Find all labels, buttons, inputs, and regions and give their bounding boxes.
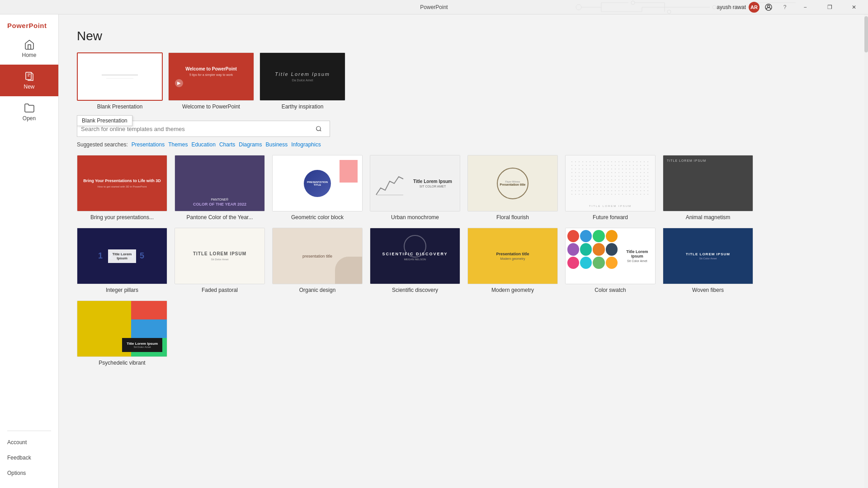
search-button[interactable]: [311, 122, 326, 136]
template-organic[interactable]: presentation title Organic design: [272, 228, 363, 293]
scrollbar-track[interactable]: [864, 14, 868, 488]
svg-point-12: [712, 5, 716, 9]
sidebar-item-home[interactable]: Home: [0, 33, 58, 65]
faded-thumb[interactable]: TITLE LOREM IPSUM Sit Dolor Amet: [175, 228, 265, 284]
sidebar-item-new[interactable]: New: [0, 65, 58, 96]
suggest-themes[interactable]: Themes: [168, 141, 188, 148]
close-button[interactable]: ✕: [844, 0, 864, 14]
psychedelic-title: Title Lorem Ipsum: [127, 342, 158, 346]
suggest-diagrams[interactable]: Diagrams: [239, 141, 262, 148]
color-swatch-inner: Title Lorem Ipsum Sit Color Amet: [566, 228, 655, 284]
swatch-dot-5: [567, 243, 579, 255]
template-faded[interactable]: TITLE LOREM IPSUM Sit Dolor Amet Faded p…: [175, 228, 265, 293]
sidebar-item-account[interactable]: Account: [0, 435, 58, 450]
floral-label: Floral flourish: [467, 214, 558, 221]
sidebar-nav: Home New Open: [0, 33, 58, 427]
modern-geo-thumb[interactable]: Presentation title Modern geometry: [467, 228, 558, 284]
psychedelic-thumb[interactable]: Title Lorem Ipsum Sit Dolor Amet: [77, 300, 167, 357]
future-thumb[interactable]: TITLE LOREM IPSUM: [565, 155, 656, 211]
template-animal[interactable]: TITLE LOREM IPSUM Animal magnetism: [663, 155, 753, 221]
woven-inner: TITLE LOREM IPSUM Sit Color Amet: [663, 228, 753, 284]
woven-thumb[interactable]: TITLE LOREM IPSUM Sit Color Amet: [663, 228, 753, 284]
home-icon: [24, 39, 35, 50]
faded-label: Faded pastoral: [175, 287, 265, 293]
suggest-business[interactable]: Business: [266, 141, 288, 148]
color-swatch-thumb[interactable]: Title Lorem Ipsum Sit Color Amet: [565, 228, 656, 284]
bring-thumb[interactable]: Bring Your Presentations to Life with 3D…: [77, 155, 167, 211]
template-woven[interactable]: TITLE LOREM IPSUM Sit Color Amet Woven f…: [663, 228, 753, 293]
blank-thumb[interactable]: [77, 52, 163, 101]
animal-thumb[interactable]: TITLE LOREM IPSUM: [663, 155, 753, 211]
swatch-dot-11: [593, 257, 604, 269]
floral-thumb[interactable]: Flayer Witness Presentation title: [467, 155, 558, 211]
scrollbar-thumb[interactable]: [864, 16, 868, 52]
faded-title: TITLE LOREM IPSUM: [193, 251, 246, 256]
template-urban[interactable]: Title Lorem Ipsum SIT COLOR AMET Urban m…: [370, 155, 460, 221]
swatch-dot-9: [567, 257, 579, 269]
urban-thumb[interactable]: Title Lorem Ipsum SIT COLOR AMET: [370, 155, 460, 211]
search-icon: [316, 126, 322, 132]
future-label-text: TITLE LOREM IPSUM: [569, 205, 651, 207]
template-modern-geo[interactable]: Presentation title Modern geometry Moder…: [467, 228, 558, 293]
bring-label: Bring your presentations...: [77, 214, 167, 221]
swatch-dot-6: [580, 243, 592, 255]
svg-rect-20: [376, 195, 403, 195]
sidebar-item-open[interactable]: Open: [0, 96, 58, 128]
earthy-inner: Title Lorem Ipsum Da Dulce Amet: [260, 53, 345, 100]
color-swatch-label: Color swatch: [565, 287, 656, 293]
suggested-label: Suggested searches:: [77, 141, 128, 148]
suggest-education[interactable]: Education: [192, 141, 216, 148]
featured-blank[interactable]: Blank Presentation Blank Presentation: [77, 52, 163, 110]
featured-templates-row: Blank Presentation Blank Presentation We…: [77, 52, 850, 110]
open-label: Open: [23, 115, 36, 122]
sidebar-bottom: Account Feedback Options: [0, 427, 58, 488]
suggest-charts[interactable]: Charts: [219, 141, 235, 148]
search-input[interactable]: [81, 126, 311, 132]
integer-thumb[interactable]: 1 2 3 4 5 Title LoremIpsum: [77, 228, 167, 284]
welcome-title: Welcome to PowerPoint: [175, 66, 247, 71]
pantone-inner: PANTONE® COLOR OF THE YEAR 2022: [175, 155, 264, 211]
animal-inner: TITLE LOREM IPSUM: [663, 155, 753, 211]
template-future[interactable]: TITLE LOREM IPSUM Future forward: [565, 155, 656, 221]
pantone-thumb[interactable]: PANTONE® COLOR OF THE YEAR 2022: [175, 155, 265, 211]
psychedelic-label: Psychedelic vibrant: [77, 360, 167, 366]
geometric-label: Geometric color block: [272, 214, 363, 221]
suggest-infographics[interactable]: Infographics: [291, 141, 321, 148]
swatch-dot-2: [580, 230, 592, 242]
featured-earthy[interactable]: Title Lorem Ipsum Da Dulce Amet Earthy i…: [259, 52, 345, 110]
earthy-thumb[interactable]: Title Lorem Ipsum Da Dulce Amet: [259, 52, 345, 101]
geometric-thumb[interactable]: PRESENTATIONTITLE: [272, 155, 363, 211]
swatch-text: Title Lorem Ipsum Sit Color Amet: [619, 228, 655, 284]
faded-subtitle: Sit Dolor Amet: [211, 258, 228, 261]
sidebar-item-options[interactable]: Options: [0, 465, 58, 481]
organic-label: Organic design: [272, 287, 363, 293]
scientific-thumb[interactable]: SCIENTIFIC DISCOVERY MEGAN NELSON: [370, 228, 460, 284]
earthy-title: Title Lorem Ipsum: [275, 71, 330, 77]
new-icon: [24, 71, 35, 82]
suggest-presentations[interactable]: Presentations: [132, 141, 165, 148]
sidebar-brand: PowerPoint: [0, 14, 58, 33]
organic-thumb[interactable]: presentation title: [272, 228, 363, 284]
template-floral[interactable]: Flayer Witness Presentation title Floral…: [467, 155, 558, 221]
template-geometric[interactable]: PRESENTATIONTITLE Geometric color block: [272, 155, 363, 221]
sidebar-divider: [7, 431, 51, 431]
restore-button[interactable]: ❐: [819, 0, 840, 14]
geo-inner: PRESENTATIONTITLE: [273, 155, 362, 211]
template-integer[interactable]: 1 2 3 4 5 Title LoremIpsum Integer pilla…: [77, 228, 167, 293]
template-color-swatch[interactable]: Title Lorem Ipsum Sit Color Amet Color s…: [565, 228, 656, 293]
welcome-thumb[interactable]: Welcome to PowerPoint 5 tips for a simpl…: [168, 52, 254, 101]
sidebar-item-feedback[interactable]: Feedback: [0, 450, 58, 465]
app-body: PowerPoint Home New: [0, 14, 868, 488]
urban-chart: [374, 168, 406, 199]
earthy-label: Earthy inspiration: [259, 103, 345, 110]
page-title: New: [77, 29, 850, 43]
template-bring[interactable]: Bring Your Presentations to Life with 3D…: [77, 155, 167, 221]
psychedelic-card: Title Lorem Ipsum Sit Dolor Amet: [122, 338, 162, 352]
template-pantone[interactable]: PANTONE® COLOR OF THE YEAR 2022 Pantone …: [175, 155, 265, 221]
template-scientific[interactable]: SCIENTIFIC DISCOVERY MEGAN NELSON Scient…: [370, 228, 460, 293]
featured-welcome[interactable]: Welcome to PowerPoint 5 tips for a simpl…: [168, 52, 254, 110]
template-psychedelic[interactable]: Title Lorem Ipsum Sit Dolor Amet Psyched…: [77, 300, 167, 366]
modern-geo-inner: Presentation title Modern geometry: [468, 228, 557, 284]
circuit-decoration: [574, 0, 800, 14]
swatch-dot-1: [567, 230, 579, 242]
